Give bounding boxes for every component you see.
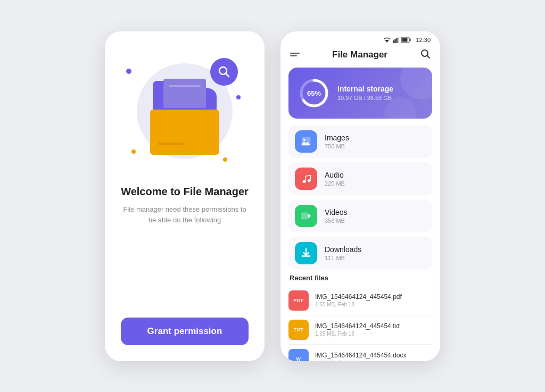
dot-blue-2 <box>236 95 241 99</box>
wifi-icon <box>383 37 391 43</box>
txt-info: IMG_1546464124_445454.txt 1.65 MB, Feb 1… <box>315 322 400 337</box>
images-icon <box>295 130 317 153</box>
battery-icon <box>401 37 411 43</box>
svg-point-17 <box>308 179 311 182</box>
search-icon[interactable] <box>420 48 431 61</box>
svg-rect-9 <box>402 38 408 41</box>
svg-rect-4 <box>395 39 397 43</box>
folder-illustration <box>150 94 219 139</box>
svg-line-11 <box>427 55 430 58</box>
recent-file-docx[interactable]: W IMG_1546464124_445454.docx 1.65 MB, Fe… <box>288 345 432 361</box>
pdf-info: IMG_1546464124_445454.pdf 1.65 MB, Feb 1… <box>315 293 402 307</box>
recent-files-title: Recent files <box>288 274 432 282</box>
signal-icon <box>393 37 399 43</box>
svg-rect-18 <box>301 212 308 219</box>
left-phone: Welcome to File Manager File manager nee… <box>105 31 265 361</box>
videos-info: Videos 356 MB <box>325 208 348 224</box>
svg-marker-19 <box>308 213 311 218</box>
storage-ring-wrapper: 65% <box>298 77 330 109</box>
search-bubble-icon <box>210 58 238 86</box>
downloads-info: Downloads 111 MB <box>325 245 361 261</box>
welcome-description: File manager need these permissions to b… <box>121 204 249 227</box>
audio-info: Audio 220 MB <box>325 171 345 187</box>
storage-percent: 65% <box>307 89 321 97</box>
storage-card[interactable]: 65% Internal storage 10.97 GB / 26.53 GB <box>288 68 432 119</box>
welcome-title: Welcome to File Manager <box>121 186 249 198</box>
illustration-area <box>121 53 249 170</box>
dot-blue-1 <box>126 69 131 74</box>
grant-permission-button[interactable]: Grant permission <box>121 318 249 345</box>
storage-size: 10.97 GB / 26.53 GB <box>337 95 393 101</box>
recent-file-txt[interactable]: TXT IMG_1546464124_445454.txt 1.65 MB, F… <box>288 315 432 345</box>
svg-point-16 <box>303 180 306 183</box>
folder-front <box>150 110 219 155</box>
pdf-icon: PDF <box>288 290 309 311</box>
dot-yellow-2 <box>223 157 227 162</box>
audio-icon <box>295 168 317 190</box>
svg-rect-6 <box>398 37 400 43</box>
right-phone: 12:30 File Manager 65% Internal storage … <box>280 31 440 361</box>
category-downloads[interactable]: Downloads 111 MB <box>288 237 432 270</box>
category-audio[interactable]: Audio 220 MB <box>288 162 432 195</box>
docx-info: IMG_1546464124_445454.docx 1.65 MB, Feb … <box>315 352 406 361</box>
storage-info: Internal storage 10.97 GB / 26.53 GB <box>337 85 393 101</box>
status-time: 12:30 <box>416 37 431 43</box>
docx-icon: W <box>288 349 309 361</box>
storage-label: Internal storage <box>337 85 393 93</box>
svg-rect-8 <box>410 38 411 41</box>
app-title: File Manager <box>332 49 387 60</box>
svg-point-15 <box>303 138 305 140</box>
category-videos[interactable]: Videos 356 MB <box>288 199 432 232</box>
txt-icon: TXT <box>288 320 309 340</box>
dot-yellow-1 <box>131 149 136 154</box>
svg-marker-2 <box>385 40 389 43</box>
videos-icon <box>295 205 317 227</box>
folder-doc <box>163 79 206 108</box>
recent-file-pdf[interactable]: PDF IMG_1546464124_445454.pdf 1.65 MB, F… <box>288 286 432 315</box>
status-bar: 12:30 <box>280 31 440 43</box>
top-bar: File Manager <box>280 43 440 68</box>
downloads-icon <box>295 242 317 264</box>
images-info: Images 750 MB <box>325 134 349 149</box>
svg-line-1 <box>226 73 229 77</box>
category-images[interactable]: Images 750 MB <box>288 125 432 158</box>
svg-rect-5 <box>397 38 398 43</box>
status-icons <box>383 37 411 43</box>
menu-icon[interactable] <box>290 53 300 56</box>
file-categories: Images 750 MB Audio 220 MB Videos 356 MB <box>280 125 440 361</box>
